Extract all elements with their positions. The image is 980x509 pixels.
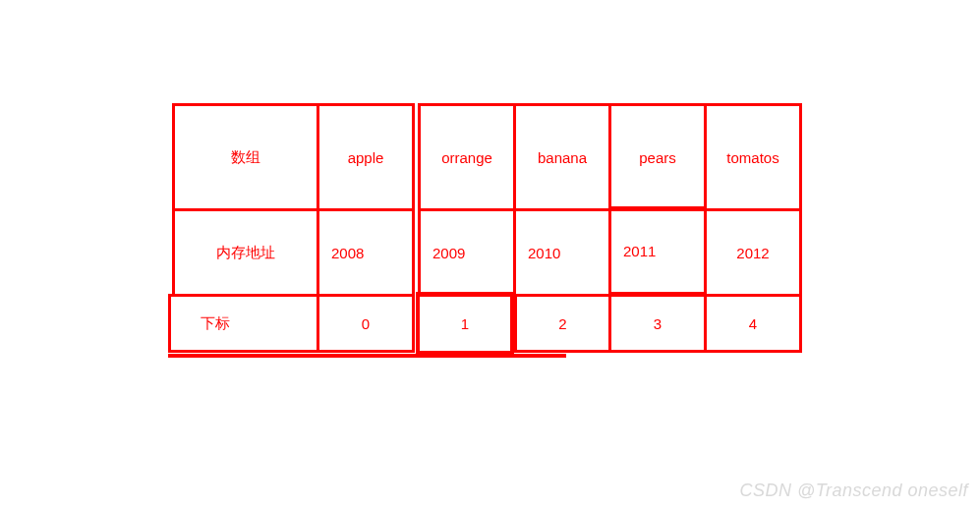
row-address-label: 内存地址	[172, 208, 319, 297]
address-cell-4: 2012	[704, 208, 802, 297]
row-index-label: 下标	[168, 294, 319, 353]
index-cell-0: 0	[317, 294, 415, 353]
index-cell-4: 4	[704, 294, 802, 353]
address-cell-0: 2008	[317, 208, 415, 297]
index-cell-2: 2	[514, 294, 611, 353]
index-cell-3: 3	[608, 294, 707, 353]
array-cell-4: tomatos	[704, 103, 802, 211]
array-cell-1: orrange	[418, 103, 516, 211]
array-diagram: 数组 apple orrange banana pears tomatos 内存…	[172, 103, 802, 355]
address-cell-2: 2010	[513, 208, 611, 297]
row-array: 数组 apple orrange banana pears tomatos	[172, 103, 802, 211]
array-cell-0: apple	[317, 103, 415, 211]
bottom-accent-line	[168, 354, 566, 358]
row-array-label: 数组	[172, 103, 319, 211]
array-cell-3: pears	[608, 103, 707, 211]
row-index: 下标 0 1 2 3 4	[172, 294, 802, 355]
address-cell-3: 2011	[608, 206, 707, 295]
address-cell-1: 2009	[418, 208, 516, 297]
watermark-text: CSDN @Transcend oneself	[739, 481, 968, 501]
index-cell-1: 1	[416, 292, 514, 355]
row-address: 内存地址 2008 2009 2010 2011 2012	[172, 208, 802, 297]
array-cell-2: banana	[513, 103, 611, 211]
